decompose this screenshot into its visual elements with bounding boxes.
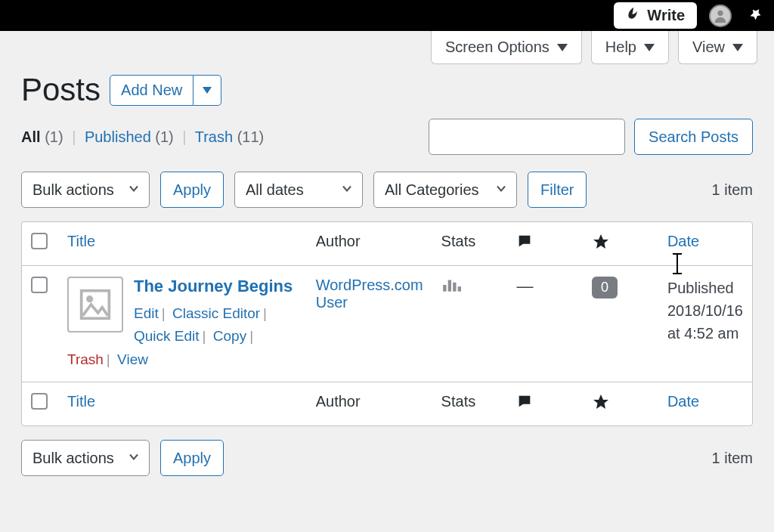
thumbnail-placeholder — [67, 277, 123, 332]
comments-icon — [516, 396, 533, 413]
screen-options-label: Screen Options — [445, 39, 550, 56]
svg-rect-4 — [447, 280, 450, 292]
user-icon — [712, 8, 729, 24]
chevron-down-icon — [557, 44, 568, 51]
column-title[interactable]: Title — [67, 233, 95, 249]
svg-rect-6 — [457, 286, 460, 292]
select-all-checkbox-bottom[interactable] — [31, 393, 48, 410]
search-input[interactable] — [429, 119, 625, 155]
table-footer-row: Title Author Stats Date — [22, 382, 752, 425]
action-trash[interactable]: Trash — [67, 351, 104, 367]
add-new-group: Add New — [110, 75, 221, 106]
status-all[interactable]: All (1) — [21, 128, 67, 145]
row-checkbox[interactable] — [31, 277, 48, 293]
svg-point-2 — [86, 295, 93, 302]
action-copy[interactable]: Copy — [213, 328, 246, 344]
view-label: View — [692, 39, 725, 56]
category-filter-select[interactable]: All Categories — [373, 172, 517, 208]
status-filter-links: All (1) | Published (1) | Trash (11) — [21, 128, 264, 146]
write-label: Write — [647, 7, 685, 24]
bulk-actions-select-bottom[interactable]: Bulk actions — [21, 440, 150, 476]
date-published: Published 2018/10/16 at 4:52 am — [667, 277, 743, 345]
table-row: The Journey Begins Edit| Classic Editor|… — [22, 266, 752, 382]
action-view[interactable]: View — [117, 351, 148, 367]
svg-rect-1 — [82, 291, 110, 319]
screen-options-tab[interactable]: Screen Options — [431, 31, 582, 64]
svg-point-0 — [717, 10, 723, 15]
item-count-bottom: 1 item — [712, 450, 753, 467]
text-cursor-icon — [676, 254, 678, 274]
likes-count-badge: 0 — [592, 277, 618, 298]
column-title-footer[interactable]: Title — [67, 393, 95, 410]
page-title: Posts — [21, 72, 101, 108]
leaf-icon — [626, 6, 641, 25]
chevron-down-icon — [203, 87, 212, 94]
column-stats-footer: Stats — [441, 393, 476, 410]
apply-bulk-button[interactable]: Apply — [160, 172, 224, 208]
posts-table: Title Author Stats Date — [21, 221, 753, 426]
column-author: Author — [316, 233, 361, 249]
select-all-checkbox[interactable] — [31, 233, 48, 249]
comments-icon — [516, 236, 533, 252]
star-icon — [592, 237, 610, 254]
svg-rect-5 — [453, 283, 456, 292]
author-link[interactable]: WordPress.com User — [316, 277, 423, 311]
chevron-down-icon — [495, 181, 507, 199]
comments-count: — — [516, 277, 533, 295]
item-count-top: 1 item — [712, 181, 753, 199]
chevron-down-icon — [644, 44, 655, 51]
image-icon — [79, 288, 112, 321]
column-author-footer: Author — [316, 393, 361, 410]
notifications-icon[interactable] — [744, 5, 765, 26]
column-stats: Stats — [441, 233, 476, 249]
action-edit[interactable]: Edit — [134, 305, 159, 321]
status-trash[interactable]: Trash (11) — [195, 128, 265, 145]
table-header-row: Title Author Stats Date — [22, 222, 752, 266]
view-tab[interactable]: View — [678, 31, 757, 64]
bulk-actions-select[interactable]: Bulk actions — [21, 172, 150, 208]
column-date[interactable]: Date — [667, 233, 699, 249]
star-icon — [592, 397, 610, 414]
add-new-dropdown-toggle[interactable] — [194, 75, 221, 106]
avatar[interactable] — [709, 5, 732, 27]
search-posts-button[interactable]: Search Posts — [634, 119, 753, 155]
filter-button[interactable]: Filter — [528, 172, 587, 208]
write-button[interactable]: Write — [614, 2, 697, 29]
chevron-down-icon — [128, 450, 140, 467]
help-tab[interactable]: Help — [591, 31, 669, 64]
date-filter-select[interactable]: All dates — [234, 172, 363, 208]
column-date-footer[interactable]: Date — [667, 393, 699, 410]
chevron-down-icon — [732, 44, 743, 51]
top-admin-bar: Write — [0, 0, 774, 31]
chevron-down-icon — [128, 181, 140, 199]
stats-bar-icon[interactable] — [441, 277, 461, 297]
action-classic-editor[interactable]: Classic Editor — [172, 305, 260, 321]
help-label: Help — [605, 39, 636, 56]
action-quick-edit[interactable]: Quick Edit — [134, 328, 200, 344]
svg-rect-3 — [443, 285, 446, 292]
chevron-down-icon — [341, 181, 353, 199]
screen-meta-tabs: Screen Options Help View — [431, 31, 757, 64]
add-new-button[interactable]: Add New — [110, 75, 194, 106]
status-published[interactable]: Published (1) — [85, 128, 178, 145]
apply-bulk-button-bottom[interactable]: Apply — [160, 440, 224, 476]
